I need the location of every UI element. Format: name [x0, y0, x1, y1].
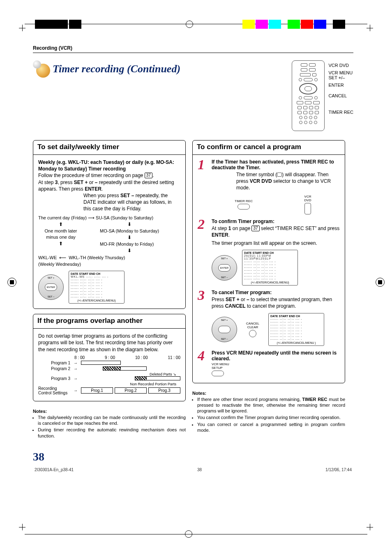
timer-icon: [277, 173, 282, 177]
note-item: You can correct or cancel a programmed s…: [197, 421, 345, 433]
remote-labels: VCR DVD VCR MENUSET +/– ENTER CANCEL TIM…: [329, 60, 354, 115]
crop-mark: [19, 25, 25, 31]
page-title: Timer recording (Continued): [53, 63, 180, 75]
step-2: 2 To confirm Timer program: At step 1 on…: [198, 219, 340, 286]
flow-diagram: The current day (Friday) ⟶ SU-SA (Sunday…: [38, 215, 180, 268]
subheading: Weekly (e.g. WKL-TU: each Tuesday) or da…: [38, 159, 174, 172]
timeline-diagram: 8 : 00 9 : 00 10 : 00 11 : 00 Program 1→…: [38, 355, 180, 395]
remote-label: TIMER REC: [329, 110, 354, 115]
right-column: To confirm or cancel a program 1 If the …: [192, 140, 345, 463]
registration-target-left: [7, 278, 16, 287]
crop-mark: [367, 524, 373, 530]
step-4: 4 Press VCR MENU repeatedly until the me…: [198, 350, 340, 376]
dial-icon: SET + ENTER SET –: [212, 255, 237, 281]
note-item: During timer recording the automatic rew…: [38, 427, 186, 439]
registration-bar-bottom: [25, 530, 367, 539]
step-3: 3 To cancel Timer program: Press SET + o…: [198, 290, 340, 345]
step-1: 1 If the Timer has been activated, press…: [198, 159, 340, 214]
title-area: Timer recording (Continued): [33, 60, 279, 78]
remote-label: VCR MENU: [329, 70, 353, 75]
dial-icon: SET + SET –: [212, 317, 237, 342]
step-number: 2: [198, 219, 208, 286]
step-number: 4: [198, 350, 208, 376]
body-text: At step 3, press SET + or – repeatedly u…: [38, 179, 180, 192]
body-text: Follow the procedure of timer recording …: [38, 172, 180, 179]
osd-screen: DATE START END CH ------ --:-- --:-- ---…: [268, 313, 324, 346]
page-number: 38: [33, 450, 186, 463]
page-ref: 37: [145, 173, 152, 178]
footer-center: 38: [197, 467, 202, 472]
registration-target-right: [376, 278, 385, 287]
crop-mark: [367, 25, 373, 31]
remote-label: CANCEL: [329, 93, 354, 98]
section-label: Recording (VCR): [33, 45, 353, 51]
footer-right: 1/12/06, 17:44: [325, 467, 352, 472]
registration-bar-top: [25, 20, 367, 29]
button-illustration: CANCEL CLEAR: [242, 322, 263, 337]
osd-screen: DATE START END CH WKL-WE --:-- --:-- ---…: [69, 271, 125, 304]
panel-set-timer: To set daily/weekly timer Weekly (e.g. W…: [33, 140, 186, 309]
note-item: The daily/weekly recording can be made c…: [38, 415, 186, 426]
sphere-icon: [33, 60, 50, 78]
panel-heading: If the programs overlap another: [33, 314, 185, 329]
footer-left: 2I30301A-En_p38-41: [35, 467, 74, 472]
remote-label: VCR DVD: [329, 63, 354, 68]
content: Recording (VCR) Timer recording (Continu…: [33, 45, 353, 472]
remote-diagram: VCR DVD VCR MENUSET +/– ENTER CANCEL TIM…: [292, 60, 354, 131]
remote-label: ENTER: [329, 83, 354, 88]
notes-right: Notes: If there are other timer record p…: [192, 391, 345, 434]
page: Recording (VCR) Timer recording (Continu…: [0, 0, 392, 555]
body-text: Do not overlap timer programs as portion…: [38, 333, 180, 353]
dial-icon: SET + ENTER SET –: [38, 274, 64, 300]
panel-confirm-cancel: To confirm or cancel a program 1 If the …: [192, 140, 345, 383]
note-item: You cannot confirm the Timer program dur…: [197, 415, 345, 420]
note-item: If there are other timer record programs…: [197, 396, 345, 414]
panel-heading: To set daily/weekly timer: [33, 140, 185, 155]
print-footer: 2I30301A-En_p38-41 38 1/12/06, 17:44: [33, 467, 353, 472]
button-illustration: VCR MENU SETUP: [212, 362, 233, 376]
button-illustration: VCRDVD: [297, 195, 318, 214]
panel-heading: To confirm or cancel a program: [193, 140, 345, 155]
page-ref: 37: [251, 226, 259, 231]
body-text: When you press SET – repeatedly, the DAT…: [38, 192, 180, 212]
crop-mark: [19, 524, 25, 530]
button-illustration: TIMER REC: [233, 199, 254, 210]
notes-left: Notes: The daily/weekly recording can be…: [33, 409, 186, 440]
panel-overlap: If the programs overlap another Do not o…: [33, 314, 186, 401]
remote-icon: [292, 60, 325, 131]
left-column: To set daily/weekly timer Weekly (e.g. W…: [33, 140, 186, 463]
step-number: 3: [198, 290, 208, 345]
step-number: 1: [198, 159, 208, 214]
remote-label: SET +/–: [329, 75, 345, 80]
osd-screen: DATE START END CH 26(SU) 11:00PM 11:35PM…: [242, 250, 298, 286]
